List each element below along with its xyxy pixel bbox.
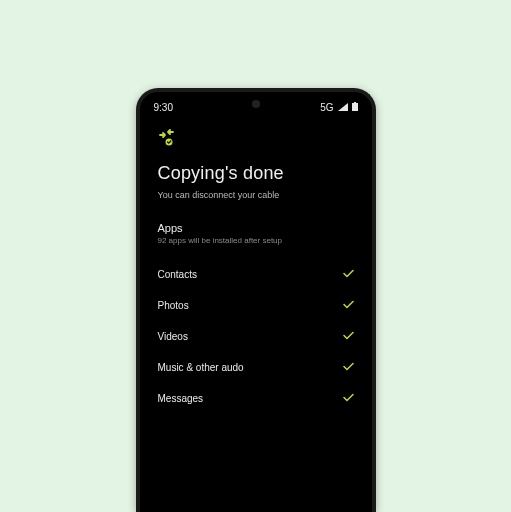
list-item-label: Messages	[158, 393, 204, 404]
list-item: Messages	[158, 383, 354, 414]
list-item-label: Photos	[158, 300, 189, 311]
list-item: Music & other audo	[158, 352, 354, 383]
check-icon	[343, 393, 354, 404]
status-time: 9:30	[154, 102, 173, 113]
list-item: Videos	[158, 321, 354, 352]
battery-icon	[352, 102, 358, 113]
svg-rect-1	[354, 102, 356, 103]
page-subtitle: You can disconnect your cable	[158, 190, 354, 200]
list-item: Contacts	[158, 259, 354, 290]
check-icon	[343, 331, 354, 342]
status-right: 5G	[320, 102, 357, 113]
apps-section: Apps 92 apps will be installed after set…	[158, 222, 354, 245]
svg-rect-0	[352, 103, 358, 111]
network-label: 5G	[320, 102, 333, 113]
check-icon	[343, 300, 354, 311]
camera-notch	[252, 100, 260, 108]
page-title: Copying's done	[158, 163, 354, 184]
svg-point-2	[165, 139, 172, 146]
signal-icon	[338, 102, 348, 113]
list-item: Photos	[158, 290, 354, 321]
transfer-complete-icon	[158, 129, 354, 151]
list-item-label: Videos	[158, 331, 188, 342]
apps-section-label: Apps	[158, 222, 354, 234]
check-icon	[343, 269, 354, 280]
apps-section-sub: 92 apps will be installed after setup	[158, 236, 354, 245]
phone-frame: 9:30 5G Copying's done You can disconnec…	[136, 88, 376, 512]
list-item-label: Music & other audo	[158, 362, 244, 373]
content-area: Copying's done You can disconnect your c…	[140, 119, 372, 414]
check-icon	[343, 362, 354, 373]
list-item-label: Contacts	[158, 269, 197, 280]
